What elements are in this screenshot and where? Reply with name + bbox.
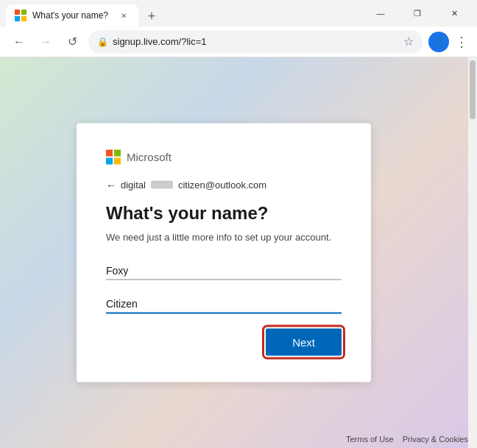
close-button[interactable]: ✕ [437,0,471,26]
last-name-input[interactable] [106,295,342,314]
email-suffix: citizen@outlook.com [178,179,266,191]
first-name-field [106,262,342,280]
profile-icon[interactable]: 👤 [428,32,449,52]
svg-rect-0 [15,10,20,15]
privacy-cookies-link[interactable]: Privacy & Cookies [403,435,468,444]
svg-rect-3 [21,16,26,21]
lock-icon: 🔒 [97,37,108,47]
tab-title: What's your name? [32,10,112,21]
minimize-button[interactable]: — [364,0,398,26]
email-blur-redaction [151,181,173,189]
signup-card: Microsoft ← digital citizen@outlook.com … [77,123,371,383]
next-button[interactable]: Next [266,329,342,356]
page-subtitle: We need just a little more info to set u… [106,231,342,244]
new-tab-button[interactable]: + [141,6,162,26]
tab-favicon [15,10,26,21]
restore-button[interactable]: ❐ [400,0,434,26]
browser-menu-icon[interactable]: ⋮ [455,34,468,50]
page-heading: What's your name? [106,202,342,224]
ms-logo-red [106,149,113,156]
address-input[interactable]: 🔒 signup.live.com/?lic=1 ☆ [88,30,423,54]
back-arrow-icon[interactable]: ← [106,179,116,191]
svg-rect-1 [21,10,26,15]
page-area: Microsoft ← digital citizen@outlook.com … [0,57,477,448]
window-controls: — ❐ ✕ [364,0,471,26]
forward-button[interactable]: → [35,32,56,52]
email-prefix: digital [121,179,146,191]
page-footer: Terms of Use Privacy & Cookies [346,435,468,448]
reload-button[interactable]: ↺ [62,32,82,52]
tab-strip: What's your name? ✕ + [6,0,364,26]
tab-close-button[interactable]: ✕ [118,10,130,21]
profile-icon-glyph: 👤 [433,36,445,48]
active-tab[interactable]: What's your name? ✕ [6,4,138,26]
address-bar: ← → ↺ 🔒 signup.live.com/?lic=1 ☆ 👤 ⋮ [0,26,477,57]
ms-logo-blue [106,157,113,164]
ms-logo-grid [106,149,121,164]
ms-logo-green [114,149,121,156]
ms-logo-yellow [114,157,121,164]
last-name-field [106,295,342,314]
url-display: signup.live.com/?lic=1 [113,36,399,47]
svg-rect-2 [15,16,20,21]
bookmark-icon[interactable]: ☆ [403,35,414,49]
first-name-input[interactable] [106,262,342,280]
back-email-row: ← digital citizen@outlook.com [106,179,342,191]
microsoft-logo: Microsoft [106,149,342,164]
terms-of-use-link[interactable]: Terms of Use [346,435,394,444]
scrollbar-thumb[interactable] [470,60,476,119]
back-button[interactable]: ← [9,32,29,52]
microsoft-logo-text: Microsoft [127,151,172,163]
button-row: Next [106,329,342,356]
scrollbar[interactable] [468,57,477,448]
title-bar: What's your name? ✕ + — ❐ ✕ [0,0,477,26]
